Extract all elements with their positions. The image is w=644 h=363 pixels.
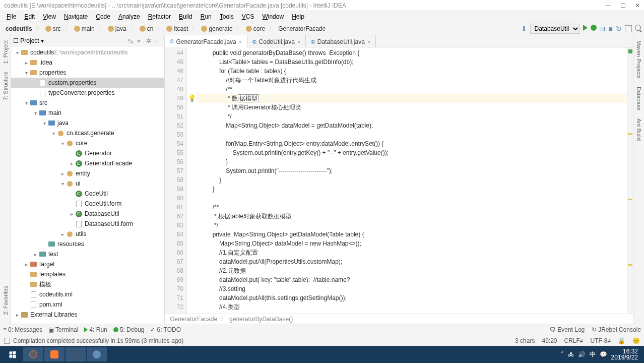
menu-refactor[interactable]: Refactor	[145, 12, 174, 21]
tw-terminal[interactable]: ▣ Terminal	[48, 326, 78, 333]
close-tab-icon[interactable]: ×	[297, 39, 300, 45]
tree-node[interactable]: ▾src	[11, 98, 164, 108]
start-button[interactable]	[2, 347, 22, 361]
close-tab-icon[interactable]: ×	[239, 39, 242, 45]
menu-vcs[interactable]: VCS	[238, 12, 258, 21]
side-database[interactable]: Database	[636, 85, 642, 112]
taskbar-app-3[interactable]	[66, 347, 86, 361]
tree-node[interactable]: pom.xml	[11, 299, 164, 310]
tree-node[interactable]: ▸.idea	[11, 57, 164, 68]
breadcrumb-item[interactable]: codeutils	[3, 24, 35, 33]
editor-tab[interactable]: ©GeneratorFacade.java×	[165, 35, 247, 47]
tree-node[interactable]: ▸test	[11, 249, 164, 259]
run-icon[interactable]	[583, 25, 588, 32]
search-icon[interactable]	[635, 25, 641, 32]
tree-node[interactable]: ▾java	[11, 118, 164, 128]
tw-run[interactable]: 4: Run	[84, 326, 107, 333]
project-view-select[interactable]: ☐ Project ▾	[13, 37, 44, 44]
breadcrumb-method[interactable]: generatorByDataBase()	[229, 316, 293, 323]
tree-node[interactable]: typeConverter.properties	[11, 88, 164, 98]
tw-todo[interactable]: ✓ 6: TODO	[150, 326, 181, 333]
tree-node[interactable]: ▸target	[11, 259, 164, 269]
project-tree[interactable]: ▾codeutils E:\workspace\htm\codeutils▸.i…	[11, 46, 164, 324]
menu-navigate[interactable]: Navigate	[60, 12, 91, 21]
breadcrumb-item[interactable]: GeneratorFacade	[276, 24, 328, 33]
minimize-icon[interactable]: —	[605, 2, 611, 9]
breadcrumb-item[interactable]: core	[243, 24, 268, 33]
taskbar-app-2[interactable]	[44, 347, 65, 361]
tree-node[interactable]: ▸entity	[11, 168, 164, 178]
tree-node[interactable]: ▾properties	[11, 68, 164, 78]
tray-ime[interactable]: 中	[590, 350, 596, 359]
menu-edit[interactable]: Edit	[21, 12, 38, 21]
debug-icon[interactable]	[591, 25, 597, 32]
tree-node[interactable]: ▾cn.itcast.generate	[11, 128, 164, 138]
rerun-icon[interactable]: ↻	[616, 25, 622, 33]
tree-node[interactable]: DatabaseUtil.form	[11, 219, 164, 229]
menu-file[interactable]: File	[3, 12, 20, 21]
menu-build[interactable]: Build	[175, 12, 196, 21]
breadcrumb-item[interactable]: java	[105, 24, 129, 33]
tree-node[interactable]: ▾ui	[11, 178, 164, 189]
project-structure-icon[interactable]	[625, 25, 632, 32]
menu-analyze[interactable]: Analyze	[115, 12, 144, 21]
tree-node[interactable]: codeutils.iml	[11, 289, 164, 299]
tree-node[interactable]: CCodeUtil	[11, 189, 164, 199]
tree-node[interactable]: templates	[11, 269, 164, 279]
tray-date[interactable]: 2019/9/22	[611, 354, 638, 361]
side-favorites[interactable]: 2: Favorites	[3, 284, 9, 317]
lock-icon[interactable]: 🔒	[618, 337, 625, 344]
close-tab-icon[interactable]: ×	[367, 39, 370, 45]
status-encoding[interactable]: UTF-8≠	[590, 337, 611, 344]
tree-node[interactable]: ▸CDatabaseUtil	[11, 209, 164, 219]
breadcrumb-item[interactable]: itcast	[164, 24, 190, 33]
settings-icon[interactable]: ✲	[146, 37, 153, 44]
code-editor[interactable]: public void generatorByDataBase() throws…	[197, 47, 627, 314]
menu-help[interactable]: Help	[288, 12, 308, 21]
editor-tab[interactable]: ©DatabaseUtil.java×	[306, 35, 376, 47]
taskbar-app-1[interactable]	[23, 347, 43, 361]
locate-icon[interactable]: ⌖	[137, 37, 144, 44]
tree-node[interactable]: custom.properties	[11, 78, 164, 88]
build-icon[interactable]: ⬇	[521, 25, 527, 33]
menu-view[interactable]: View	[39, 12, 59, 21]
warning-marker[interactable]	[628, 199, 632, 200]
tree-node[interactable]: ▸External Libraries	[11, 310, 164, 320]
tray-notif-icon[interactable]: 💬	[600, 351, 607, 358]
breadcrumb-item[interactable]: src	[43, 24, 63, 33]
warning-marker[interactable]	[628, 133, 632, 135]
side-maven[interactable]: Maven Projects	[636, 38, 642, 81]
status-icon[interactable]	[4, 338, 10, 344]
tree-node[interactable]: ▾core	[11, 138, 164, 148]
line-gutter[interactable]: 4445464748495051525354555657585960616263…	[165, 47, 187, 314]
tw-eventlog[interactable]: 🗨 Event Log	[550, 326, 585, 333]
collapse-icon[interactable]: ⇆	[128, 37, 135, 44]
tw-debug[interactable]: 5: Debug	[113, 326, 145, 333]
status-eol[interactable]: CRLF≠	[564, 337, 583, 344]
side-structure[interactable]: 7: Structure	[3, 70, 9, 102]
tree-node[interactable]: ▸utils	[11, 229, 164, 239]
menu-window[interactable]: Window	[259, 12, 287, 21]
status-position[interactable]: 49:20	[542, 337, 557, 344]
tree-node[interactable]: ▾codeutils E:\workspace\htm\codeutils	[11, 47, 164, 57]
tray-chevron-icon[interactable]: ˄	[561, 351, 564, 358]
breadcrumb-class[interactable]: GeneratorFacade	[170, 316, 217, 323]
warning-marker[interactable]	[628, 264, 632, 266]
error-stripe[interactable]	[627, 47, 633, 314]
menu-run[interactable]: Run	[197, 12, 215, 21]
tw-messages[interactable]: ≡ 0: Messages	[3, 326, 42, 333]
breadcrumb-item[interactable]: main	[72, 24, 97, 33]
run-coverage-icon[interactable]: ⇉	[600, 25, 606, 33]
tw-jrebel[interactable]: ↻ JRebel Console	[592, 326, 641, 333]
maximize-icon[interactable]: ☐	[620, 2, 626, 9]
tree-node[interactable]: ▸CGeneratorFacade	[11, 158, 164, 168]
taskbar-app-4[interactable]	[87, 347, 107, 361]
intention-bulb-icon[interactable]: 💡	[188, 94, 196, 102]
hide-icon[interactable]: –	[155, 37, 162, 44]
side-project[interactable]: 1: Project	[3, 38, 9, 66]
menu-code[interactable]: Code	[92, 12, 114, 21]
tree-node[interactable]: resources	[11, 239, 164, 249]
editor-breadcrumb[interactable]: GeneratorFacade 〉 generatorByDataBase()	[165, 314, 633, 324]
editor-tab[interactable]: ©CodeUtil.java×	[247, 35, 306, 47]
tree-node[interactable]: CGenerator	[11, 148, 164, 158]
